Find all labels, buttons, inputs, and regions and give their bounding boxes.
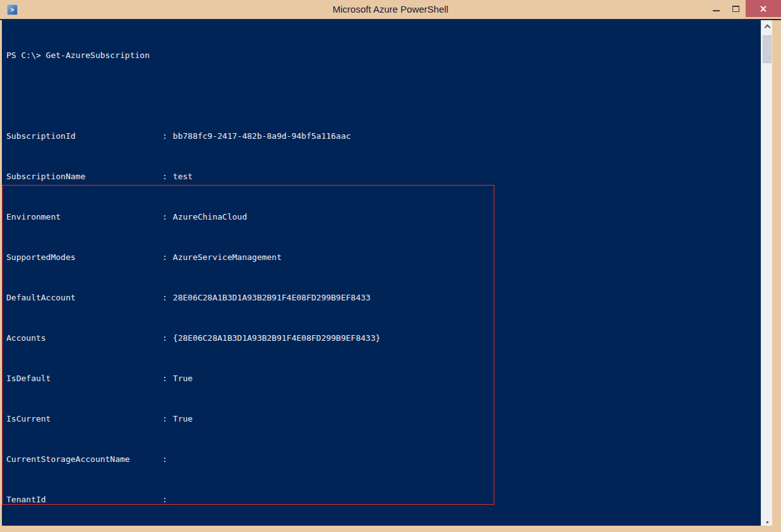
field-value: test: [173, 172, 193, 181]
field-label: Environment: [6, 212, 162, 222]
window-title: Microsoft Azure PowerShell: [0, 0, 781, 19]
subscription-field: TenantId:: [6, 495, 761, 505]
maximize-icon: [732, 6, 739, 12]
field-colon: :: [162, 374, 167, 384]
maximize-button[interactable]: [726, 0, 746, 17]
subscription-field: SubscriptionName:test: [6, 172, 761, 182]
field-colon: :: [162, 495, 167, 505]
field-colon: :: [162, 212, 167, 222]
field-label: IsDefault: [6, 374, 162, 384]
vertical-scrollbar[interactable]: [761, 20, 772, 526]
field-label: IsCurrent: [6, 414, 162, 424]
field-colon: :: [162, 333, 167, 343]
title-bar[interactable]: > Microsoft Azure PowerShell ×: [0, 0, 781, 19]
field-colon: :: [162, 252, 167, 263]
chevron-up-icon: [764, 24, 770, 30]
close-button[interactable]: ×: [746, 0, 781, 17]
field-value: True: [173, 414, 193, 423]
minimize-button[interactable]: [706, 0, 726, 17]
field-colon: :: [162, 293, 167, 303]
subscription-field: Accounts:{28E06C28A1B3D1A93B2B91F4E08FD2…: [6, 333, 761, 343]
field-label: CurrentStorageAccountName: [6, 454, 162, 464]
field-colon: :: [162, 414, 167, 424]
window-controls: ×: [706, 0, 781, 19]
scroll-up-button[interactable]: [761, 20, 773, 32]
field-label: DefaultAccount: [6, 293, 162, 303]
subscription-field: SubscriptionId:bb788fc9-2417-482b-8a9d-9…: [6, 131, 761, 141]
field-colon: :: [162, 131, 167, 141]
field-label: Accounts: [6, 333, 162, 343]
minimize-icon: [713, 10, 720, 11]
field-label: SubscriptionName: [6, 172, 162, 182]
field-label: TenantId: [6, 495, 162, 505]
subscription-field: CurrentStorageAccountName:: [6, 454, 761, 464]
scroll-down-button[interactable]: [766, 521, 768, 523]
field-label: SupportedModes: [6, 252, 162, 263]
field-value: True: [173, 374, 193, 383]
subscription-field: IsCurrent:True: [6, 414, 761, 424]
subscription-output: SubscriptionId:bb788fc9-2417-482b-8a9d-9…: [6, 111, 761, 515]
subscription-field: IsDefault:True: [6, 374, 761, 384]
subscription-field: SupportedModes:AzureServiceManagement: [6, 252, 761, 263]
field-value: AzureServiceManagement: [173, 252, 282, 262]
console-output[interactable]: PS C:\> Get-AzureSubscription Subscripti…: [2, 20, 761, 526]
field-value: 28E06C28A1B3D1A93B2B91F4E08FD299B9EF8433: [173, 293, 371, 302]
subscription-field: Environment:AzureChinaCloud: [6, 212, 761, 222]
field-label: SubscriptionId: [6, 131, 162, 141]
field-value: {28E06C28A1B3D1A93B2B91F4E08FD299B9EF843…: [173, 333, 381, 343]
command-get-azuresubscription: PS C:\> Get-AzureSubscription: [6, 50, 761, 61]
field-colon: :: [162, 454, 167, 464]
subscription-field: DefaultAccount:28E06C28A1B3D1A93B2B91F4E…: [6, 293, 761, 303]
scrollbar-thumb[interactable]: [763, 35, 772, 63]
field-value: bb788fc9-2417-482b-8a9d-94bf5a116aac: [173, 131, 351, 141]
field-colon: :: [162, 172, 167, 182]
field-value: AzureChinaCloud: [173, 212, 247, 222]
